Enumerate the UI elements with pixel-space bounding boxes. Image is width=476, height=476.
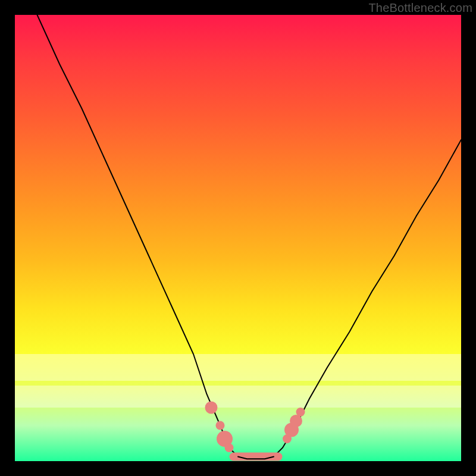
plot-area <box>15 15 461 461</box>
curve-marker <box>205 402 218 414</box>
attribution-text: TheBottleneck.com <box>368 1 472 15</box>
curve-marker <box>290 415 302 427</box>
curve-marker <box>216 421 225 430</box>
chart-frame: TheBottleneck.com <box>0 0 476 476</box>
curve-marker <box>225 443 234 452</box>
curve-left-branch <box>37 15 239 457</box>
curve-marker <box>296 408 305 416</box>
bottleneck-curve <box>15 15 461 461</box>
